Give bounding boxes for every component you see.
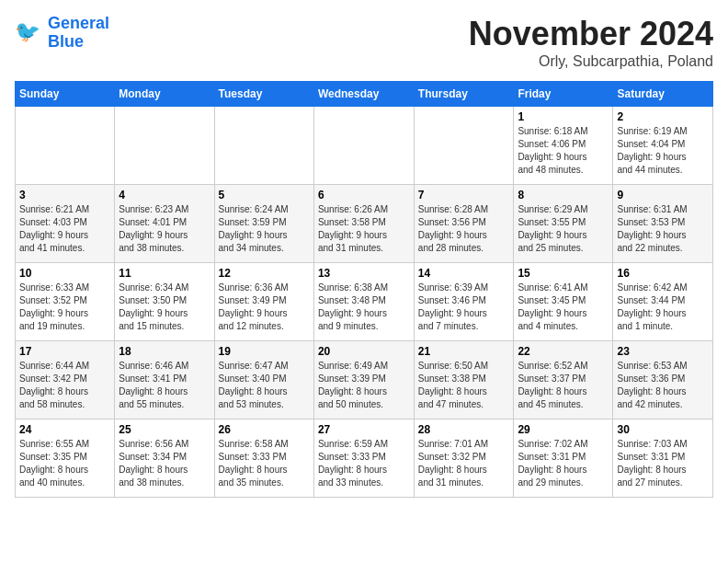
day-number: 18 <box>119 345 210 358</box>
day-info: Sunrise: 6:42 AM Sunset: 3:44 PM Dayligh… <box>617 282 709 333</box>
day-info: Sunrise: 6:33 AM Sunset: 3:52 PM Dayligh… <box>19 282 110 333</box>
day-number: 25 <box>119 423 210 436</box>
calendar-cell: 12Sunrise: 6:36 AM Sunset: 3:49 PM Dayli… <box>214 263 313 341</box>
day-info: Sunrise: 6:34 AM Sunset: 3:50 PM Dayligh… <box>119 282 210 333</box>
calendar-cell: 28Sunrise: 7:01 AM Sunset: 3:32 PM Dayli… <box>414 419 514 498</box>
day-info: Sunrise: 6:21 AM Sunset: 4:03 PM Dayligh… <box>19 203 110 255</box>
day-info: Sunrise: 6:31 AM Sunset: 3:53 PM Dayligh… <box>617 203 709 255</box>
day-number: 7 <box>418 189 510 201</box>
day-number: 9 <box>617 189 709 201</box>
weekday-header: Wednesday <box>313 82 414 107</box>
day-info: Sunrise: 6:38 AM Sunset: 3:48 PM Dayligh… <box>318 282 410 333</box>
calendar-cell <box>313 107 414 185</box>
day-number: 24 <box>19 423 110 436</box>
day-number: 17 <box>19 345 110 358</box>
calendar-body: 1Sunrise: 6:18 AM Sunset: 4:06 PM Daylig… <box>16 107 713 498</box>
day-number: 4 <box>119 189 210 201</box>
calendar-cell: 7Sunrise: 6:28 AM Sunset: 3:56 PM Daylig… <box>414 185 514 263</box>
day-number: 14 <box>418 267 510 280</box>
day-number: 6 <box>318 189 410 201</box>
day-number: 30 <box>617 423 709 436</box>
calendar-cell: 25Sunrise: 6:56 AM Sunset: 3:34 PM Dayli… <box>115 419 214 498</box>
day-number: 19 <box>219 345 310 358</box>
calendar-cell: 16Sunrise: 6:42 AM Sunset: 3:44 PM Dayli… <box>613 263 713 341</box>
day-info: Sunrise: 6:24 AM Sunset: 3:59 PM Dayligh… <box>219 203 310 255</box>
day-number: 21 <box>418 345 510 358</box>
calendar-cell: 11Sunrise: 6:34 AM Sunset: 3:50 PM Dayli… <box>115 263 214 341</box>
calendar-cell <box>214 107 313 185</box>
day-number: 16 <box>617 267 709 280</box>
day-info: Sunrise: 6:59 AM Sunset: 3:33 PM Dayligh… <box>318 438 410 489</box>
calendar-cell: 17Sunrise: 6:44 AM Sunset: 3:42 PM Dayli… <box>16 341 115 419</box>
day-info: Sunrise: 6:41 AM Sunset: 3:45 PM Dayligh… <box>518 282 609 333</box>
day-info: Sunrise: 6:49 AM Sunset: 3:39 PM Dayligh… <box>318 360 410 411</box>
day-number: 28 <box>418 423 510 436</box>
day-number: 20 <box>318 345 410 358</box>
logo: 🐦 General Blue <box>15 15 109 52</box>
svg-text:🐦: 🐦 <box>15 19 40 44</box>
calendar-cell <box>115 107 214 185</box>
day-info: Sunrise: 6:26 AM Sunset: 3:58 PM Dayligh… <box>318 203 410 255</box>
day-info: Sunrise: 6:39 AM Sunset: 3:46 PM Dayligh… <box>418 282 510 333</box>
calendar-cell: 30Sunrise: 7:03 AM Sunset: 3:31 PM Dayli… <box>613 419 713 498</box>
weekday-header: Tuesday <box>214 82 313 107</box>
weekday-header: Thursday <box>414 82 514 107</box>
calendar-cell: 10Sunrise: 6:33 AM Sunset: 3:52 PM Dayli… <box>16 263 115 341</box>
day-number: 3 <box>19 189 110 201</box>
calendar-cell: 13Sunrise: 6:38 AM Sunset: 3:48 PM Dayli… <box>313 263 414 341</box>
calendar-week-row: 17Sunrise: 6:44 AM Sunset: 3:42 PM Dayli… <box>16 341 713 419</box>
day-info: Sunrise: 6:47 AM Sunset: 3:40 PM Dayligh… <box>219 360 310 411</box>
day-info: Sunrise: 7:03 AM Sunset: 3:31 PM Dayligh… <box>617 438 709 489</box>
calendar-cell: 1Sunrise: 6:18 AM Sunset: 4:06 PM Daylig… <box>514 107 613 185</box>
weekday-header: Monday <box>115 82 214 107</box>
day-number: 29 <box>518 423 609 436</box>
calendar-cell: 26Sunrise: 6:58 AM Sunset: 3:33 PM Dayli… <box>214 419 313 498</box>
calendar-week-row: 24Sunrise: 6:55 AM Sunset: 3:35 PM Dayli… <box>16 419 713 498</box>
calendar-week-row: 1Sunrise: 6:18 AM Sunset: 4:06 PM Daylig… <box>16 107 713 185</box>
logo-line2: Blue <box>48 33 109 52</box>
calendar-week-row: 10Sunrise: 6:33 AM Sunset: 3:52 PM Dayli… <box>16 263 713 341</box>
weekday-header-row: SundayMondayTuesdayWednesdayThursdayFrid… <box>16 82 713 107</box>
logo-line1: General <box>48 14 109 32</box>
calendar-cell <box>16 107 115 185</box>
calendar-cell: 6Sunrise: 6:26 AM Sunset: 3:58 PM Daylig… <box>313 185 414 263</box>
day-number: 13 <box>318 267 410 280</box>
day-info: Sunrise: 6:53 AM Sunset: 3:36 PM Dayligh… <box>617 360 709 411</box>
logo-icon: 🐦 <box>15 18 44 48</box>
calendar-cell: 8Sunrise: 6:29 AM Sunset: 3:55 PM Daylig… <box>514 185 613 263</box>
calendar-cell <box>414 107 514 185</box>
day-info: Sunrise: 6:55 AM Sunset: 3:35 PM Dayligh… <box>19 438 110 489</box>
calendar-week-row: 3Sunrise: 6:21 AM Sunset: 4:03 PM Daylig… <box>16 185 713 263</box>
weekday-header: Saturday <box>613 82 713 107</box>
calendar-cell: 29Sunrise: 7:02 AM Sunset: 3:31 PM Dayli… <box>514 419 613 498</box>
day-info: Sunrise: 6:29 AM Sunset: 3:55 PM Dayligh… <box>518 203 609 255</box>
title-area: November 2024 Orly, Subcarpathia, Poland <box>469 15 713 70</box>
day-number: 15 <box>518 267 609 280</box>
day-info: Sunrise: 6:50 AM Sunset: 3:38 PM Dayligh… <box>418 360 510 411</box>
calendar-cell: 18Sunrise: 6:46 AM Sunset: 3:41 PM Dayli… <box>115 341 214 419</box>
day-info: Sunrise: 6:58 AM Sunset: 3:33 PM Dayligh… <box>219 438 310 489</box>
calendar-cell: 2Sunrise: 6:19 AM Sunset: 4:04 PM Daylig… <box>613 107 713 185</box>
day-info: Sunrise: 6:36 AM Sunset: 3:49 PM Dayligh… <box>219 282 310 333</box>
calendar-cell: 23Sunrise: 6:53 AM Sunset: 3:36 PM Dayli… <box>613 341 713 419</box>
calendar-cell: 3Sunrise: 6:21 AM Sunset: 4:03 PM Daylig… <box>16 185 115 263</box>
day-number: 2 <box>617 110 709 123</box>
day-info: Sunrise: 6:46 AM Sunset: 3:41 PM Dayligh… <box>119 360 210 411</box>
day-number: 26 <box>219 423 310 436</box>
day-number: 12 <box>219 267 310 280</box>
calendar-cell: 20Sunrise: 6:49 AM Sunset: 3:39 PM Dayli… <box>313 341 414 419</box>
calendar-cell: 21Sunrise: 6:50 AM Sunset: 3:38 PM Dayli… <box>414 341 514 419</box>
calendar-cell: 15Sunrise: 6:41 AM Sunset: 3:45 PM Dayli… <box>514 263 613 341</box>
calendar-cell: 9Sunrise: 6:31 AM Sunset: 3:53 PM Daylig… <box>613 185 713 263</box>
calendar-cell: 22Sunrise: 6:52 AM Sunset: 3:37 PM Dayli… <box>514 341 613 419</box>
calendar-header: SundayMondayTuesdayWednesdayThursdayFrid… <box>16 82 713 107</box>
day-info: Sunrise: 6:23 AM Sunset: 4:01 PM Dayligh… <box>119 203 210 255</box>
day-number: 8 <box>518 189 609 201</box>
month-title: November 2024 <box>469 15 713 53</box>
calendar-cell: 27Sunrise: 6:59 AM Sunset: 3:33 PM Dayli… <box>313 419 414 498</box>
header: 🐦 General Blue November 2024 Orly, Subca… <box>15 15 713 70</box>
day-number: 22 <box>518 345 609 358</box>
day-info: Sunrise: 6:52 AM Sunset: 3:37 PM Dayligh… <box>518 360 609 411</box>
day-info: Sunrise: 6:28 AM Sunset: 3:56 PM Dayligh… <box>418 203 510 255</box>
day-info: Sunrise: 7:01 AM Sunset: 3:32 PM Dayligh… <box>418 438 510 489</box>
